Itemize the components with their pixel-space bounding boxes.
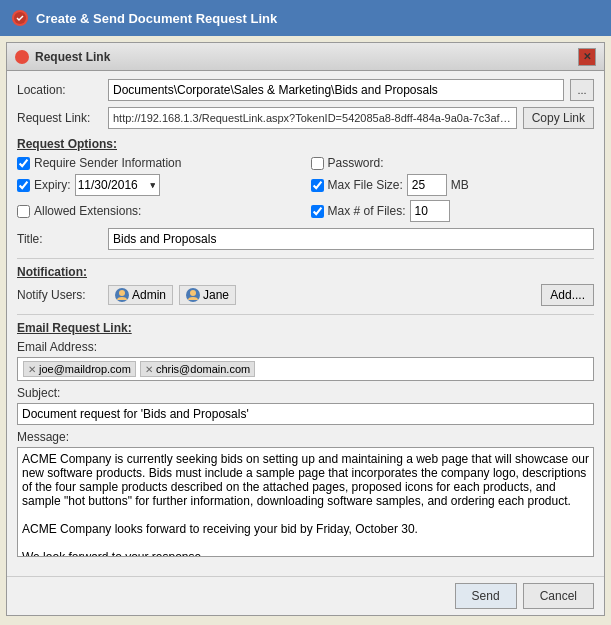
joe-email: joe@maildrop.com <box>39 363 131 375</box>
expiry-label: Expiry: <box>34 178 71 192</box>
close-button[interactable]: ✕ <box>578 48 596 66</box>
message-wrapper: ACME Company is currently seeking bids o… <box>17 447 594 560</box>
admin-user-icon <box>115 288 129 302</box>
max-files-input[interactable] <box>410 200 450 222</box>
location-value: Documents\Corporate\Sales & Marketing\Bi… <box>108 79 564 101</box>
max-file-size-label: Max File Size: <box>328 178 403 192</box>
request-options-grid: Require Sender Information Password: Exp… <box>17 156 594 222</box>
request-link-row: Request Link: http://192.168.1.3/Request… <box>17 107 594 129</box>
email-tag-chris: ✕ chris@domain.com <box>140 361 255 377</box>
admin-user-name: Admin <box>132 288 166 302</box>
user-badge-jane[interactable]: Jane <box>179 285 236 305</box>
divider-2 <box>17 314 594 315</box>
notify-row: Notify Users: Admin Jane <box>17 284 594 306</box>
send-button[interactable]: Send <box>455 583 517 609</box>
subject-label: Subject: <box>17 386 594 400</box>
notification-heading: Notification: <box>17 265 594 279</box>
svg-point-2 <box>190 290 196 296</box>
cancel-button[interactable]: Cancel <box>523 583 594 609</box>
dialog-title-text: Request Link <box>35 50 110 64</box>
email-tags-container[interactable]: ✕ joe@maildrop.com ✕ chris@domain.com <box>17 357 594 381</box>
jane-user-icon <box>186 288 200 302</box>
allowed-extensions-checkbox[interactable] <box>17 205 30 218</box>
max-file-size-unit: MB <box>451 178 469 192</box>
jane-user-name: Jane <box>203 288 229 302</box>
request-link-value: http://192.168.1.3/RequestLink.aspx?Toke… <box>108 107 517 129</box>
app-icon <box>12 10 28 26</box>
max-files-option: Max # of Files: <box>311 200 595 222</box>
request-link-dialog: Request Link ✕ Location: Documents\Corpo… <box>6 42 605 616</box>
require-sender-label: Require Sender Information <box>34 156 181 170</box>
dialog-title-bar: Request Link ✕ <box>7 43 604 71</box>
max-file-size-checkbox[interactable] <box>311 179 324 192</box>
email-address-label: Email Address: <box>17 340 594 354</box>
remove-joe-tag[interactable]: ✕ <box>28 364 36 375</box>
title-row: Title: <box>17 228 594 250</box>
message-label: Message: <box>17 430 594 444</box>
add-user-button[interactable]: Add.... <box>541 284 594 306</box>
max-files-checkbox[interactable] <box>311 205 324 218</box>
title-input[interactable] <box>108 228 594 250</box>
require-sender-option: Require Sender Information <box>17 156 301 170</box>
expiry-option: Expiry: ▼ <box>17 174 301 196</box>
title-label: Title: <box>17 232 102 246</box>
svg-point-1 <box>119 290 125 296</box>
expiry-date-input[interactable] <box>75 174 160 196</box>
require-sender-checkbox[interactable] <box>17 157 30 170</box>
allowed-extensions-option: Allowed Extensions: <box>17 200 301 222</box>
password-checkbox[interactable] <box>311 157 324 170</box>
notify-users-label: Notify Users: <box>17 288 102 302</box>
password-label: Password: <box>328 156 384 170</box>
remove-chris-tag[interactable]: ✕ <box>145 364 153 375</box>
password-option: Password: <box>311 156 595 170</box>
max-file-size-input[interactable] <box>407 174 447 196</box>
app-title-bar: Create & Send Document Request Link <box>0 0 611 36</box>
location-row: Location: Documents\Corporate\Sales & Ma… <box>17 79 594 101</box>
dialog-title-group: Request Link <box>15 50 110 64</box>
request-options-heading: Request Options: <box>17 137 594 151</box>
message-textarea[interactable]: ACME Company is currently seeking bids o… <box>17 447 594 557</box>
max-file-size-option: Max File Size: MB <box>311 174 595 196</box>
dialog-content: Location: Documents\Corporate\Sales & Ma… <box>7 71 604 576</box>
user-badge-admin[interactable]: Admin <box>108 285 173 305</box>
dialog-icon <box>15 50 29 64</box>
chris-email: chris@domain.com <box>156 363 250 375</box>
subject-input[interactable] <box>17 403 594 425</box>
email-request-heading: Email Request Link: <box>17 321 594 335</box>
location-browse-button[interactable]: ... <box>570 79 594 101</box>
allowed-extensions-label: Allowed Extensions: <box>34 204 141 218</box>
expiry-select-wrapper: ▼ <box>75 174 160 196</box>
location-label: Location: <box>17 83 102 97</box>
app-title: Create & Send Document Request Link <box>36 11 277 26</box>
max-files-label: Max # of Files: <box>328 204 406 218</box>
request-link-label: Request Link: <box>17 111 102 125</box>
email-tag-joe: ✕ joe@maildrop.com <box>23 361 136 377</box>
copy-link-button[interactable]: Copy Link <box>523 107 594 129</box>
dialog-footer: Send Cancel <box>7 576 604 615</box>
divider-1 <box>17 258 594 259</box>
expiry-checkbox[interactable] <box>17 179 30 192</box>
